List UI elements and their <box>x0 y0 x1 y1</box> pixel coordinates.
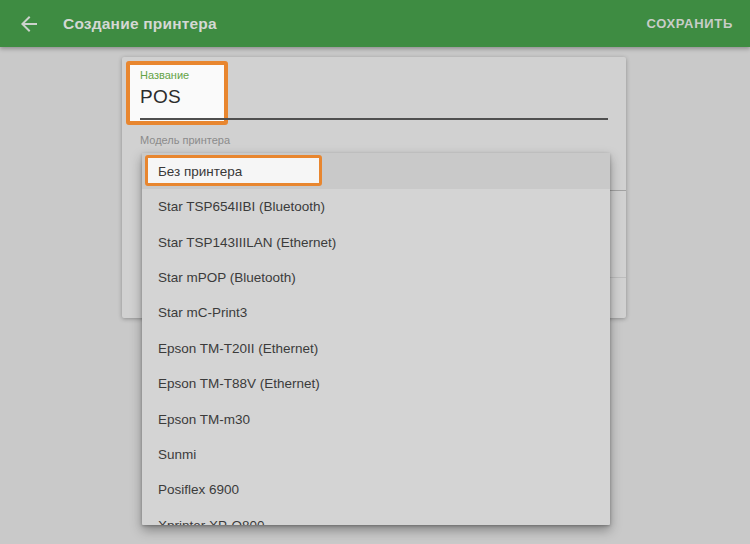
dropdown-item[interactable]: Star TSP654IIBI (Bluetooth) <box>142 189 610 224</box>
dropdown-item-label: Epson TM-T88V (Ethernet) <box>158 376 320 391</box>
arrow-left-icon <box>17 12 41 36</box>
page-title: Создание принтера <box>63 15 217 33</box>
dropdown-item-label: Star TSP143IIILAN (Ethernet) <box>158 235 336 250</box>
dropdown-item[interactable]: Xprinter XP-Q800 <box>142 508 610 525</box>
dropdown-item-label: Xprinter XP-Q800 <box>158 518 265 525</box>
dropdown-item[interactable]: Epson TM-T88V (Ethernet) <box>142 366 610 401</box>
back-button[interactable] <box>17 12 41 36</box>
dropdown-item-label: Star TSP654IIBI (Bluetooth) <box>158 199 325 214</box>
dropdown-item[interactable]: Epson TM-T20II (Ethernet) <box>142 331 610 366</box>
dropdown-item-label: Posiflex 6900 <box>158 482 239 497</box>
model-field-underline-fragment <box>610 190 626 191</box>
dropdown-item[interactable]: Epson TM-m30 <box>142 401 610 436</box>
printer-creation-screen: Создание принтера СОХРАНИТЬ Название POS… <box>0 0 750 544</box>
dropdown-item-label: Star mPOP (Bluetooth) <box>158 270 296 285</box>
dropdown-item[interactable]: Star mPOP (Bluetooth) <box>142 260 610 295</box>
card-divider-fragment <box>610 277 626 278</box>
name-field-value[interactable]: POS <box>140 86 181 108</box>
dropdown-list: Без принтера Star TSP654IIBI (Bluetooth)… <box>142 153 610 525</box>
dropdown-item-label: Epson TM-m30 <box>158 412 250 427</box>
dropdown-item-label: Epson TM-T20II (Ethernet) <box>158 341 318 356</box>
name-field-label: Название <box>140 69 189 81</box>
dropdown-item-label: Star mC-Print3 <box>158 305 247 320</box>
dropdown-item[interactable]: Sunmi <box>142 437 610 472</box>
dropdown-item-label: Без принтера <box>158 164 242 179</box>
dropdown-item[interactable]: Star mC-Print3 <box>142 295 610 330</box>
name-field-underline <box>140 118 608 120</box>
model-field-label: Модель принтера <box>140 134 230 146</box>
printer-model-dropdown: Без принтера Star TSP654IIBI (Bluetooth)… <box>142 153 610 525</box>
dropdown-item-label: Sunmi <box>158 447 196 462</box>
save-button[interactable]: СОХРАНИТЬ <box>644 10 735 37</box>
dropdown-item[interactable]: Star TSP143IIILAN (Ethernet) <box>142 224 610 259</box>
dropdown-item[interactable]: Posiflex 6900 <box>142 472 610 507</box>
app-bar: Создание принтера СОХРАНИТЬ <box>0 0 750 47</box>
